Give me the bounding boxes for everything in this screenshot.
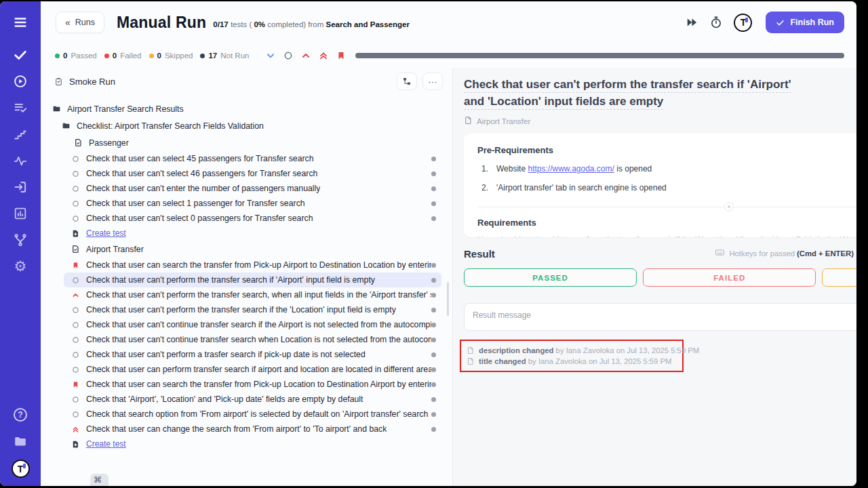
tree-item-label: Check that user can't select 46 passenge… — [86, 169, 317, 178]
result-heading: Result — [464, 248, 495, 260]
status-dot — [431, 157, 436, 161]
double-chevron-up-icon — [71, 424, 80, 434]
command-key-button[interactable]: ⌘ — [90, 474, 108, 486]
status-dot — [431, 338, 436, 342]
test-row[interactable]: Check that user can search the transfer … — [64, 258, 441, 272]
file-gray-icon — [467, 357, 475, 365]
test-row[interactable]: Check that user can't select 46 passenge… — [64, 166, 441, 181]
help-icon[interactable]: ? — [12, 407, 28, 423]
finish-run-button[interactable]: Finish Run — [766, 12, 844, 33]
status-dot — [431, 352, 436, 357]
sidebar: ⚙ ? T — [0, 1, 41, 486]
folder-icon[interactable] — [12, 433, 28, 449]
status-dot — [431, 382, 436, 387]
result-message-input[interactable] — [464, 303, 856, 331]
test-row[interactable]: Check that user can't perform a trasfer … — [64, 347, 441, 362]
test-title[interactable]: Check that user can't perform the transf… — [464, 76, 806, 110]
test-row[interactable]: Check that user can select 1 passenger f… — [64, 196, 441, 211]
status-dot — [431, 427, 436, 432]
tree-item-label: Check that user can't perform the transf… — [86, 305, 396, 314]
test-row[interactable]: Check that search option from 'From airp… — [64, 407, 441, 422]
test-row[interactable]: Check that user can't continue transfer … — [64, 317, 441, 332]
chevron-up-icon[interactable] — [301, 51, 311, 60]
requirements-card: Pre-Requirements 1.Website https://www.a… — [464, 134, 856, 237]
test-row[interactable]: Check that user can't perform the transf… — [64, 287, 441, 302]
stopwatch-icon[interactable] — [709, 16, 723, 29]
tree-item-label: Check that user can perform transfer sea… — [86, 365, 431, 374]
file-plus-icon — [71, 228, 80, 238]
status-count: 0Passed — [55, 52, 97, 60]
tree-item-label: Create test — [86, 439, 126, 449]
file-row[interactable]: Passenger — [66, 134, 441, 151]
play-circle-icon[interactable] — [12, 73, 28, 89]
file-icon — [73, 138, 83, 148]
check-icon[interactable] — [12, 47, 28, 63]
folder-row[interactable]: Checklist: Airport Transfer Search Field… — [54, 117, 441, 134]
check-icon — [776, 18, 785, 27]
suite-breadcrumb[interactable]: Airport Transfer — [464, 116, 856, 126]
test-row[interactable]: Check that user can't continue transfer … — [64, 332, 441, 347]
sign-in-icon[interactable] — [12, 179, 28, 195]
tree-item-label: Check that user can't perform a trasfer … — [86, 350, 366, 359]
more-options-button[interactable]: ··· — [422, 73, 443, 90]
pulse-icon[interactable] — [12, 152, 28, 169]
double-chevron-up-icon[interactable] — [319, 51, 328, 60]
folder-row[interactable]: Airport Transfer Search Results — [45, 100, 441, 117]
test-row[interactable]: Check that user can't select 0 passenger… — [64, 211, 441, 226]
create-test-link[interactable]: Create test — [64, 226, 441, 241]
circle-icon — [71, 275, 80, 285]
tree-item-label: Check that user can select 1 passenger f… — [86, 199, 305, 208]
requirements-text-clipped: User should not be able to perform the t… — [477, 235, 856, 237]
passed-button[interactable]: PASSED — [464, 268, 637, 287]
status-dot — [431, 293, 436, 298]
test-row[interactable]: Check that user can select 45 passengers… — [64, 151, 441, 166]
tree-item-label: Airport Transfer — [86, 245, 144, 254]
change-annotation-box: description changed by Iana Zavoloka on … — [460, 340, 684, 372]
resize-handle[interactable] — [724, 202, 734, 211]
file-gray-icon — [467, 346, 475, 354]
circle-icon — [71, 184, 80, 193]
tree-item-label: Check that user can't perform the transf… — [86, 290, 431, 300]
test-detail-panel: Check that user can't perform the transf… — [453, 68, 856, 486]
test-row[interactable]: Check that user can change the search fr… — [64, 422, 441, 436]
gear-icon[interactable]: ⚙ — [12, 258, 28, 274]
circle-icon — [71, 335, 80, 344]
status-bar: 0Passed0Failed0Skipped17Not Run — [41, 43, 856, 68]
test-row[interactable]: Check that user can't perform the transf… — [64, 272, 441, 287]
user-avatar[interactable]: T — [734, 14, 752, 32]
test-row[interactable]: Check that user can search the transfer … — [64, 377, 441, 392]
bar-chart-icon[interactable] — [12, 205, 28, 222]
fast-forward-icon[interactable] — [685, 16, 698, 29]
prerequirements-heading: Pre-Requirements — [477, 145, 856, 155]
test-row[interactable]: Check that user can't enter the number o… — [64, 181, 441, 196]
skipped-button[interactable]: SKIPPED — [822, 268, 856, 287]
branch-icon[interactable] — [12, 232, 28, 248]
file-row[interactable]: Airport Transfer — [64, 241, 441, 258]
circle-icon[interactable] — [283, 51, 293, 60]
status-dot — [431, 308, 436, 312]
status-count: 0Skipped — [149, 52, 193, 60]
external-link[interactable]: https://www.agoda.com/ — [528, 164, 614, 174]
failed-button[interactable]: FAILED — [643, 268, 816, 287]
test-row[interactable]: Check that 'Airport', 'Location' and 'Pi… — [64, 392, 441, 407]
steps-icon[interactable] — [12, 126, 28, 142]
status-count: 0Failed — [104, 52, 142, 60]
tree-item-label: Check that user can't continue transfer … — [86, 320, 431, 329]
circle-icon — [71, 320, 80, 329]
test-row[interactable]: Check that user can't perform the transf… — [64, 302, 441, 317]
tree-scrollbar[interactable] — [447, 282, 449, 316]
status-dot — [431, 323, 436, 327]
folder-dark-icon — [61, 121, 71, 131]
bookmark-icon[interactable] — [336, 51, 346, 60]
back-to-runs-button[interactable]: « Runs — [56, 12, 104, 33]
page-title: Manual Run — [117, 14, 206, 32]
tree-item-label: Check that user can select 45 passengers… — [86, 154, 314, 163]
chevron-down-icon[interactable] — [266, 51, 275, 60]
menu-icon[interactable] — [12, 14, 28, 30]
avatar[interactable]: T — [12, 460, 30, 478]
tree-item-label: Create test — [86, 228, 126, 238]
tree-view-button[interactable] — [397, 73, 417, 90]
create-test-link[interactable]: Create test — [64, 436, 441, 451]
list-check-icon[interactable] — [12, 100, 28, 116]
test-row[interactable]: Check that user can perform transfer sea… — [64, 362, 441, 377]
